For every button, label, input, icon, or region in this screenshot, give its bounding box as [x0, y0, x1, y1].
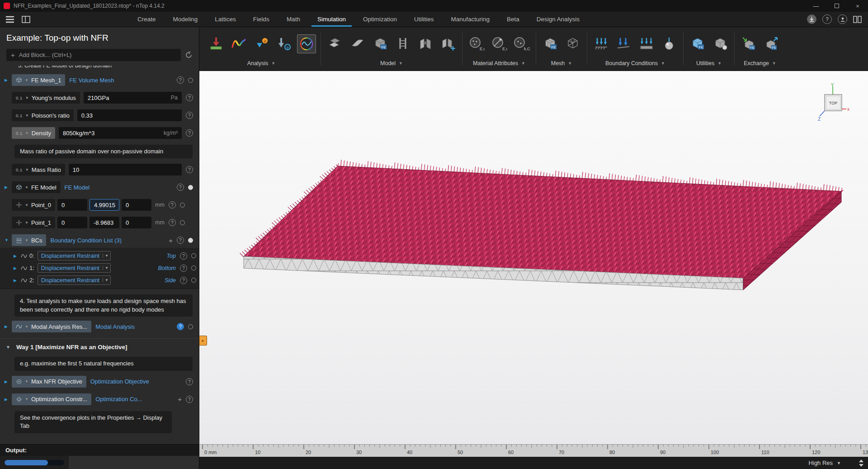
panel-collapse-icon[interactable]	[859, 464, 863, 467]
modal-analysis-chip[interactable]: ▼ Modal Analysis Res...	[12, 321, 91, 332]
tab-beta[interactable]: Beta	[498, 12, 528, 27]
point-0-chip[interactable]: ▼ Point_0	[12, 199, 55, 211]
fe-mesh-from-mesh-icon[interactable]: FE	[541, 34, 560, 53]
model-dropdown[interactable]: Model ▼	[380, 59, 403, 70]
help-icon[interactable]: ?	[169, 201, 176, 208]
fe-utility-gray-icon[interactable]	[711, 34, 730, 53]
tab-lattices[interactable]: Lattices	[206, 12, 245, 27]
block-density[interactable]: 0.1 ▼ Density 8050kg/m^3 kg/m³ ?	[0, 127, 199, 139]
visibility-toggle[interactable]	[188, 324, 193, 329]
isotropic-material-icon[interactable]: E,ν	[467, 34, 486, 53]
expand-arrow-icon[interactable]: ▶	[5, 397, 12, 402]
density-chip[interactable]: 0.1 ▼ Density	[12, 127, 55, 139]
help-circle-icon[interactable]: ?	[822, 14, 832, 24]
split-view-icon[interactable]	[22, 16, 30, 23]
tab-utilities[interactable]: Utilities	[406, 12, 443, 27]
help-icon[interactable]: ?	[177, 323, 184, 330]
youngs-modulus-chip[interactable]: 0.1 ▼ Young's modulus	[12, 92, 80, 104]
tab-design-analysis[interactable]: Design Analysis	[528, 12, 588, 27]
expand-arrow-icon[interactable]: ▶	[5, 379, 12, 384]
help-icon[interactable]: ?	[177, 76, 184, 84]
thermal-material-icon[interactable]: k,Cp	[512, 34, 531, 53]
tab-create[interactable]: Create	[129, 12, 165, 27]
visibility-toggle[interactable]	[180, 203, 185, 208]
collapse-arrow-icon[interactable]: ▼	[5, 238, 12, 242]
bc-type-dropdown[interactable]: Displacement Restraint ▼	[38, 251, 111, 261]
add-item-icon[interactable]: +	[169, 237, 173, 244]
youngs-modulus-field[interactable]: 210GPa Pa	[84, 92, 182, 104]
poissons-ratio-field[interactable]: 0.33	[77, 109, 182, 121]
account-icon[interactable]	[838, 14, 847, 24]
visibility-toggle[interactable]	[191, 265, 196, 270]
visibility-toggle[interactable]	[188, 238, 193, 243]
mesh-dropdown[interactable]: Mesh ▼	[551, 59, 572, 70]
download-icon[interactable]	[807, 14, 816, 24]
bookmark-marker[interactable]: ▸	[199, 336, 207, 346]
help-icon[interactable]: ?	[186, 112, 193, 119]
expand-arrow-icon[interactable]: ▶	[5, 185, 12, 189]
help-icon[interactable]: ?	[180, 277, 187, 284]
expand-arrow-icon[interactable]: ▶	[14, 266, 21, 270]
shell-copy-icon[interactable]	[326, 34, 344, 53]
block-youngs-modulus[interactable]: 0.1 ▼ Young's modulus 210GPa Pa ?	[0, 92, 199, 104]
density-field[interactable]: 8050kg/m^3 kg/m³	[59, 127, 182, 139]
fe-model-chip[interactable]: ▼ FE Model	[12, 181, 61, 193]
help-icon[interactable]: ?	[186, 166, 193, 173]
static-analysis-icon[interactable]	[207, 34, 226, 53]
block-optimization-constraints[interactable]: ▶ ▼ Optimization Constr... Optimization …	[0, 393, 199, 405]
view-cube[interactable]: Y TOP x Z	[817, 83, 851, 123]
force-load-icon[interactable]	[614, 34, 633, 53]
point-0-x-field[interactable]: 0	[57, 199, 87, 211]
block-mass-ratio[interactable]: 0.1 ▼ Mass Ratio 10 ?	[0, 164, 199, 175]
block-point-1[interactable]: ▼ Point_1 0 -8.9683 0 mm ?	[0, 217, 199, 228]
panel-expand-icon[interactable]	[859, 460, 863, 462]
shell-icon[interactable]	[348, 34, 367, 53]
help-icon[interactable]: ?	[186, 94, 193, 101]
tab-simulation[interactable]: Simulation	[309, 12, 354, 27]
tab-math[interactable]: Math	[278, 12, 309, 27]
help-icon[interactable]: ?	[186, 129, 193, 137]
help-icon[interactable]: ?	[177, 237, 184, 244]
point-1-y-field[interactable]: -8.9683	[90, 217, 119, 228]
point-1-x-field[interactable]: 0	[57, 217, 87, 228]
max-nfr-chip[interactable]: ▼ Max NFR Objective	[12, 376, 86, 388]
section-way-1[interactable]: ▼ Way 1 [Maximize NFR as an Objective]	[0, 338, 199, 351]
mass-ratio-field[interactable]: 10	[69, 164, 182, 175]
point-pin-icon[interactable]	[660, 34, 679, 53]
block-bcs[interactable]: ▼ ▼ BCs Boundary Condition List (3) + ?	[0, 234, 199, 246]
tab-fields[interactable]: Fields	[245, 12, 278, 27]
poissons-ratio-chip[interactable]: 0.1 ▼ Poisson's ratio	[12, 109, 74, 121]
harmonic-analysis-icon[interactable]: φ	[274, 34, 293, 53]
expand-arrow-icon[interactable]: ▶	[14, 278, 21, 283]
analysis-dropdown[interactable]: Analysis ▼	[247, 59, 275, 70]
bc-item-1[interactable]: ▶ 1: Displacement Restraint ▼ Bottom ?	[0, 262, 199, 274]
modal-analysis-icon[interactable]	[229, 34, 248, 53]
render-quality-dropdown[interactable]: High Res ▼	[809, 460, 841, 466]
help-icon[interactable]: ?	[180, 252, 187, 260]
boundary-conditions-dropdown[interactable]: Boundary Conditions ▼	[605, 59, 665, 70]
point-0-y-field[interactable]: 4.99015	[90, 199, 119, 211]
fe-utility-blue-icon[interactable]: FE	[688, 34, 707, 53]
visibility-toggle[interactable]	[188, 185, 193, 190]
visibility-toggle[interactable]	[191, 253, 196, 258]
bc-item-2[interactable]: ▶ 2: Displacement Restraint ▼ Side ?	[0, 274, 199, 286]
expand-arrow-icon[interactable]: ▶	[5, 78, 12, 82]
block-fe-model[interactable]: ▶ ▼ FE Model FE Model ?	[0, 181, 199, 193]
remesh-icon[interactable]	[563, 34, 582, 53]
hamburger-menu-icon[interactable]	[5, 16, 14, 23]
bc-type-dropdown[interactable]: Displacement Restraint ▼	[38, 275, 111, 285]
block-point-0[interactable]: ▼ Point_0 0 4.99015 0 mm ?	[0, 199, 199, 211]
add-block-input[interactable]: + Add Block... (Ctrl+L)	[6, 49, 181, 61]
add-item-icon[interactable]: +	[178, 395, 182, 403]
bc-item-0[interactable]: ▶ 0: Displacement Restraint ▼ Top ?	[0, 250, 199, 262]
visibility-toggle[interactable]	[180, 220, 185, 225]
point-1-chip[interactable]: ▼ Point_1	[12, 217, 55, 228]
help-icon[interactable]: ?	[186, 396, 193, 403]
help-icon[interactable]: ?	[169, 219, 176, 226]
block-poissons-ratio[interactable]: 0.1 ▼ Poisson's ratio 0.33 ?	[0, 109, 199, 121]
viewport-3d[interactable]: Y TOP x Z	[199, 71, 868, 444]
fe-beam-icon[interactable]	[393, 34, 412, 53]
mass-ratio-chip[interactable]: 0.1 ▼ Mass Ratio	[12, 164, 65, 175]
tab-manufacturing[interactable]: Manufacturing	[442, 12, 498, 27]
anisotropic-material-icon[interactable]: E,ν	[490, 34, 509, 53]
